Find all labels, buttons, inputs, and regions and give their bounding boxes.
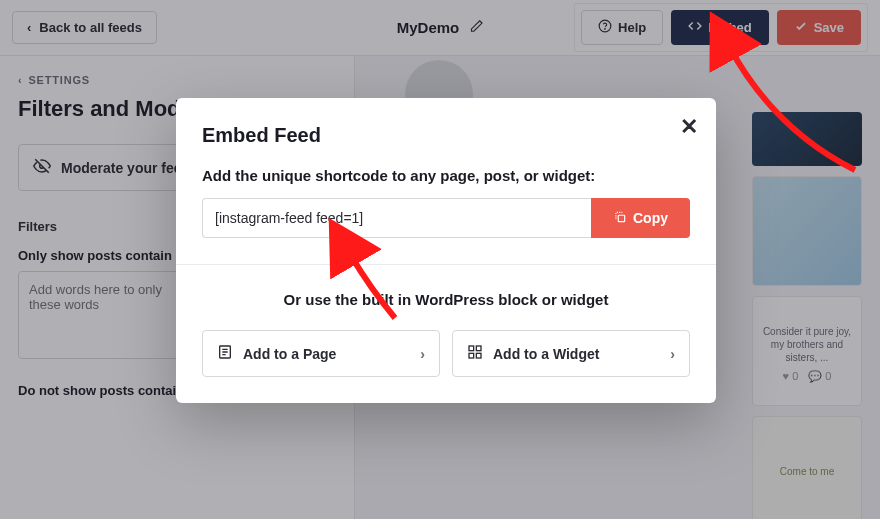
modal-subtitle: Add the unique shortcode to any page, po… <box>202 167 690 184</box>
shortcode-input[interactable] <box>202 198 591 238</box>
shortcode-row: Copy <box>202 198 690 238</box>
svg-rect-4 <box>469 346 474 351</box>
chevron-right-icon: › <box>670 346 675 362</box>
svg-rect-6 <box>469 353 474 358</box>
modal-title: Embed Feed <box>202 124 690 147</box>
embed-modal: ✕ Embed Feed Add the unique shortcode to… <box>176 98 716 403</box>
svg-rect-2 <box>618 215 624 221</box>
add-page-label: Add to a Page <box>243 346 336 362</box>
copy-button[interactable]: Copy <box>591 198 690 238</box>
add-to-widget-button[interactable]: Add to a Widget › <box>452 330 690 377</box>
page-icon <box>217 344 233 363</box>
chevron-right-icon: › <box>420 346 425 362</box>
svg-rect-5 <box>476 346 481 351</box>
modal-or-text: Or use the built in WordPress block or w… <box>202 291 690 308</box>
close-icon[interactable]: ✕ <box>680 114 698 140</box>
copy-icon <box>613 210 627 227</box>
divider <box>176 264 716 265</box>
copy-label: Copy <box>633 210 668 226</box>
modal-actions: Add to a Page › Add to a Widget › <box>202 330 690 377</box>
add-widget-label: Add to a Widget <box>493 346 599 362</box>
svg-rect-7 <box>476 353 481 358</box>
grid-icon <box>467 344 483 363</box>
add-to-page-button[interactable]: Add to a Page › <box>202 330 440 377</box>
